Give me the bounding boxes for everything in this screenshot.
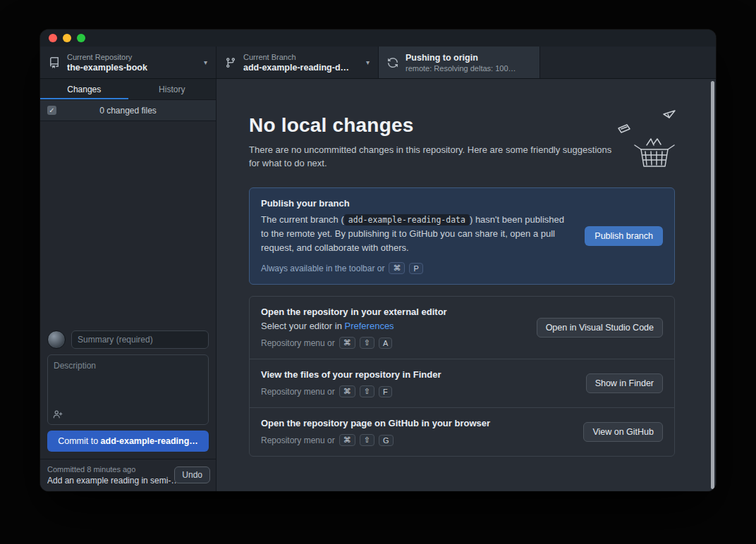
commit-button-prefix: Commit to — [58, 436, 100, 446]
publish-hint-text: Always available in the toolbar or — [261, 264, 384, 273]
last-commit-message: Add an example reading in semi-… — [47, 476, 176, 486]
commit-button-branch: add-example-reading… — [101, 436, 198, 446]
app-window: Current Repository the-examples-book ▾ C… — [40, 30, 716, 491]
git-branch-icon — [225, 57, 236, 68]
suggestion-subtitle: Select your editor in Preferences — [261, 321, 525, 331]
g-key: G — [379, 435, 394, 446]
select-all-checkbox[interactable]: ✓ — [47, 106, 56, 115]
shift-key: ⇧ — [360, 385, 374, 397]
preferences-link[interactable]: Preferences — [345, 321, 394, 331]
current-branch-dropdown[interactable]: Current Branch add-example-reading-d… ▾ — [217, 47, 379, 78]
no-changes-illustration — [613, 109, 678, 172]
toolbar: Current Repository the-examples-book ▾ C… — [40, 47, 716, 79]
suggestion-hint: Repository menu or ⌘ ⇧ F — [261, 385, 575, 397]
push-label: Pushing to origin — [406, 53, 531, 63]
add-coauthor-icon[interactable] — [53, 409, 63, 419]
shift-key: ⇧ — [360, 434, 374, 446]
tab-history[interactable]: History — [128, 79, 217, 99]
suggestion-view-on-github: Open the repository page on GitHub in yo… — [250, 407, 674, 456]
branch-labels: Current Branch add-example-reading-d… — [243, 53, 359, 73]
suggestion-hint-text: Repository menu or — [261, 338, 335, 348]
suggestion-title: Open the repository page on GitHub in yo… — [261, 418, 572, 428]
publish-body-pre: The current branch ( — [261, 214, 344, 225]
suggestion-show-in-finder: View the files of your repository in Fin… — [250, 359, 674, 407]
changed-files-row: 0 changed files ✓ — [40, 100, 216, 121]
page-title: No local changes — [249, 114, 675, 137]
a-key: A — [379, 338, 392, 349]
repository-labels: Current Repository the-examples-book — [67, 53, 197, 73]
publish-branch-card: Publish your branch The current branch (… — [249, 187, 675, 285]
chevron-down-icon: ▾ — [366, 58, 370, 66]
traffic-lights — [49, 34, 85, 42]
publish-card-title: Publish your branch — [261, 198, 573, 209]
repository-name: the-examples-book — [67, 63, 197, 73]
changes-list-empty — [40, 121, 216, 323]
branch-label: Current Branch — [243, 53, 359, 61]
publish-card-body: The current branch (add-example-reading-… — [261, 213, 573, 255]
main-content: No local changes There are no uncommitte… — [217, 79, 716, 491]
undo-button[interactable]: Undo — [174, 466, 210, 483]
cmd-key: ⌘ — [339, 385, 355, 397]
show-in-finder-button[interactable]: Show in Finder — [586, 373, 663, 393]
chevron-down-icon: ▾ — [204, 58, 207, 66]
zoom-button[interactable] — [77, 34, 85, 42]
toolbar-spacer — [540, 47, 716, 78]
minimize-button[interactable] — [63, 34, 71, 42]
push-status: remote: Resolving deltas: 100… — [406, 64, 531, 73]
p-key: P — [409, 263, 422, 274]
push-to-origin-button[interactable]: Pushing to origin remote: Resolving delt… — [379, 47, 540, 78]
suggestion-hint: Repository menu or ⌘ ⇧ G — [261, 434, 572, 446]
branch-name: add-example-reading-d… — [243, 63, 359, 73]
titlebar — [40, 30, 716, 47]
vertical-scrollbar[interactable] — [711, 81, 714, 489]
suggestion-hint-text: Repository menu or — [261, 435, 335, 445]
commit-form: Commit to add-example-reading… — [40, 323, 216, 459]
suggestion-open-editor: Open the repository in your external edi… — [250, 297, 674, 359]
tab-changes[interactable]: Changes — [40, 79, 128, 99]
commit-description-input[interactable] — [47, 354, 209, 425]
publish-hint: Always available in the toolbar or ⌘ P — [261, 262, 573, 274]
cmd-key: ⌘ — [339, 337, 355, 349]
view-on-github-button[interactable]: View on GitHub — [583, 422, 663, 442]
repo-icon — [49, 57, 60, 68]
branch-name-code: add-example-reading-data — [344, 214, 470, 225]
shift-key: ⇧ — [360, 337, 374, 349]
close-button[interactable] — [49, 34, 57, 42]
open-in-editor-button[interactable]: Open in Visual Studio Code — [537, 318, 663, 338]
suggestion-hint-text: Repository menu or — [261, 387, 335, 397]
push-labels: Pushing to origin remote: Resolving delt… — [406, 53, 531, 73]
f-key: F — [379, 386, 392, 397]
suggestion-hint: Repository menu or ⌘ ⇧ A — [261, 337, 525, 349]
suggestion-title: View the files of your repository in Fin… — [261, 369, 575, 380]
avatar — [47, 330, 66, 349]
publish-branch-button[interactable]: Publish branch — [585, 226, 663, 246]
sidebar-tabs: Changes History — [40, 79, 216, 100]
commit-summary-input[interactable] — [71, 330, 209, 349]
current-repository-dropdown[interactable]: Current Repository the-examples-book ▾ — [40, 47, 217, 78]
suggestion-subtitle-text: Select your editor in — [261, 321, 345, 331]
changed-files-label: 0 changed files — [40, 106, 216, 116]
cmd-key: ⌘ — [389, 262, 405, 274]
cmd-key: ⌘ — [339, 434, 355, 446]
last-commit-time: Committed 8 minutes ago — [47, 465, 176, 474]
page-subtitle: There are no uncommitted changes in this… — [249, 144, 616, 171]
sync-icon — [387, 57, 398, 68]
repository-label: Current Repository — [67, 53, 197, 61]
suggestion-title: Open the repository in your external edi… — [261, 307, 525, 317]
commit-button[interactable]: Commit to add-example-reading… — [47, 431, 209, 452]
last-commit-footer: Committed 8 minutes ago Add an example r… — [40, 459, 216, 491]
sidebar: Changes History 0 changed files ✓ — [40, 79, 217, 491]
suggestions-card: Open the repository in your external edi… — [249, 296, 675, 457]
